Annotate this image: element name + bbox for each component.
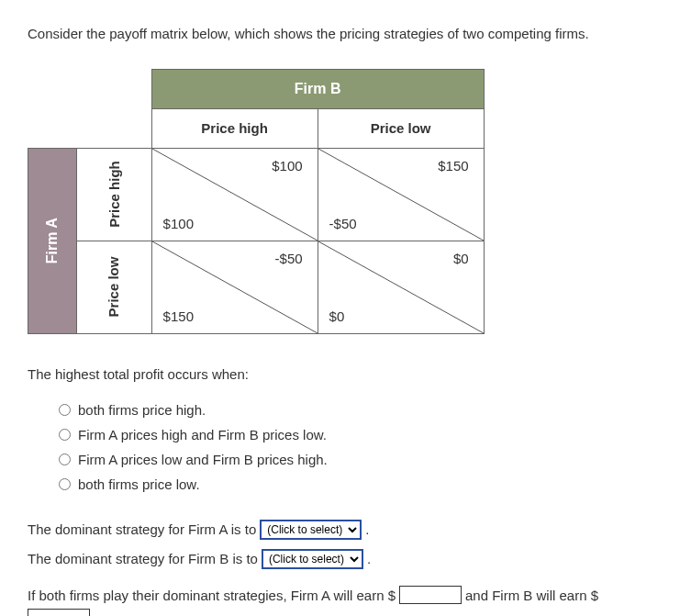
row-header-price-high: Price high <box>77 148 152 241</box>
payoff-a-hh: $100 <box>163 214 194 233</box>
cell-low-low: $0 $0 <box>318 241 484 333</box>
q1-option-1[interactable]: Firm A prices high and Firm B prices low… <box>59 425 663 444</box>
corner-blank-2 <box>77 70 152 109</box>
q1-radio-2[interactable] <box>59 454 71 465</box>
corner-blank-4 <box>77 109 152 149</box>
q1-radio-0[interactable] <box>59 404 71 416</box>
period-2: . <box>367 549 371 568</box>
q1-option-2[interactable]: Firm A prices low and Firm B prices high… <box>59 450 663 469</box>
q1-option-3[interactable]: both firms price low. <box>59 475 663 494</box>
q1-option-0[interactable]: both firms price high. <box>59 400 663 420</box>
question-prompt: Consider the payoff matrix below, which … <box>28 24 663 43</box>
corner-blank-1 <box>28 70 77 109</box>
earn-text-3: . <box>94 609 97 617</box>
payoff-a-hl: -$50 <box>329 214 357 233</box>
q1-option-1-label: Firm A prices high and Firm B prices low… <box>78 425 327 444</box>
q1-radio-1[interactable] <box>59 429 71 441</box>
cell-high-high: $100 $100 <box>151 148 318 241</box>
corner-blank-3 <box>28 109 77 149</box>
earn-text-2: and Firm B will earn $ <box>465 586 598 605</box>
payoff-a-lh: $150 <box>163 307 194 326</box>
dominant-a-text: The dominant strategy for Firm A is to <box>28 520 256 539</box>
q1-radio-3[interactable] <box>59 478 71 490</box>
q1-option-0-label: both firms price high. <box>78 400 206 420</box>
dominant-b-select[interactable]: (Click to select) <box>262 549 363 569</box>
payoff-b-hh: $100 <box>272 156 302 175</box>
firm-b-label: Firm B <box>151 70 484 109</box>
earn-text-1: If both firms play their dominant strate… <box>28 586 396 605</box>
firm-b-earn-input[interactable] <box>28 609 90 616</box>
payoff-a-ll: $0 <box>329 307 345 326</box>
period-1: . <box>365 520 369 539</box>
payoff-b-ll: $0 <box>453 249 469 268</box>
col-header-price-high: Price high <box>151 109 318 149</box>
dominant-b-text: The dominant strategy for Firm B is to <box>28 549 258 568</box>
q1-option-3-label: both firms price low. <box>78 475 200 494</box>
q1-stem: The highest total profit occurs when: <box>28 364 663 384</box>
firm-a-label: Firm A <box>28 148 77 333</box>
payoff-b-hl: $150 <box>438 156 468 175</box>
dominant-a-select[interactable]: (Click to select) <box>260 520 362 540</box>
cell-low-high: -$50 $150 <box>151 241 318 333</box>
col-header-price-low: Price low <box>318 109 484 149</box>
q1-options: both firms price high. Firm A prices hig… <box>59 400 663 494</box>
payoff-matrix: Firm B Price high Price low Firm A Price… <box>28 69 485 334</box>
q1-option-2-label: Firm A prices low and Firm B prices high… <box>78 450 328 469</box>
payoff-b-lh: -$50 <box>275 249 303 268</box>
firm-a-earn-input[interactable] <box>399 586 462 604</box>
cell-high-low: $150 -$50 <box>318 148 484 241</box>
row-header-price-low: Price low <box>77 241 152 333</box>
